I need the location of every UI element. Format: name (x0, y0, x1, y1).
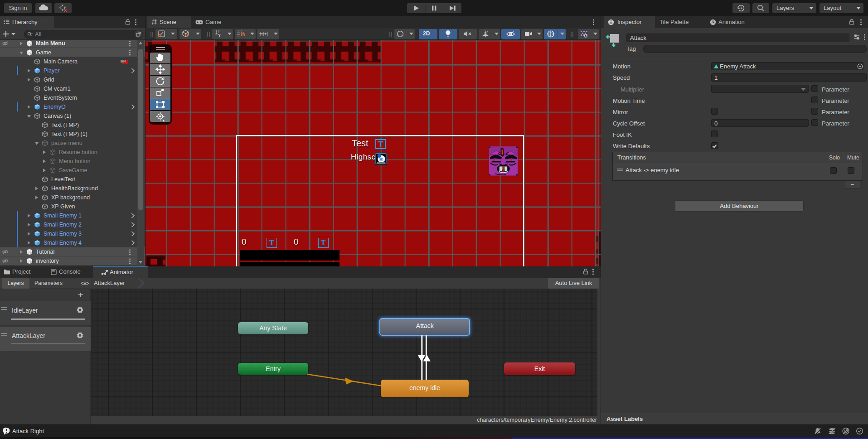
svg-text:Y: Y (218, 33, 221, 38)
svg-text:x: x (64, 7, 67, 13)
